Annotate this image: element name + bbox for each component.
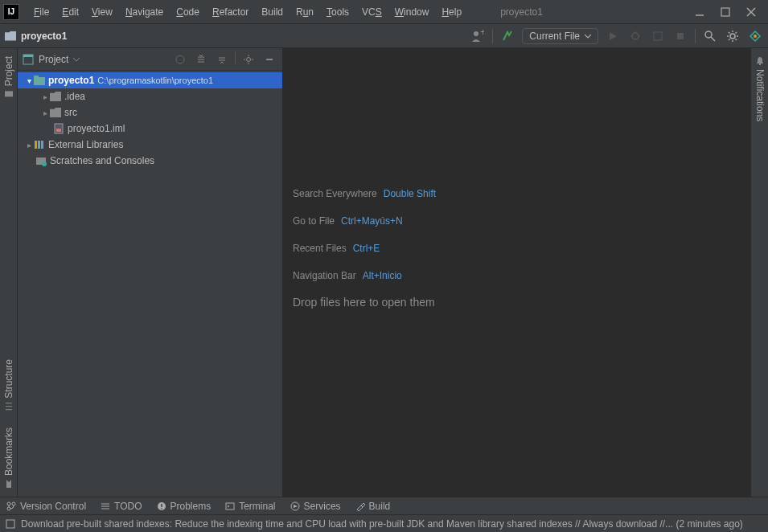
stop-button[interactable] xyxy=(672,28,688,44)
status-message[interactable]: Download pre-built shared indexes: Reduc… xyxy=(21,518,743,530)
separator xyxy=(695,29,696,43)
menu-file[interactable]: File xyxy=(27,6,55,18)
add-user-icon[interactable]: + xyxy=(470,28,486,44)
minimize-button[interactable] xyxy=(694,6,705,18)
chevron-right-icon[interactable]: ▸ xyxy=(40,108,50,117)
chevron-right-icon[interactable]: ▸ xyxy=(40,92,50,101)
right-tool-gutter: Notifications xyxy=(750,48,768,497)
chevron-right-icon[interactable]: ▸ xyxy=(24,141,34,149)
menu-tools[interactable]: Tools xyxy=(320,6,355,18)
hammer-icon xyxy=(355,501,365,511)
tool-services[interactable]: Services xyxy=(290,501,341,512)
breadcrumb[interactable]: proyecto1 xyxy=(21,31,67,42)
structure-icon xyxy=(4,402,14,411)
problems-icon xyxy=(157,501,166,511)
svg-line-13 xyxy=(711,37,715,41)
hide-panel-icon[interactable] xyxy=(261,51,277,68)
left-tool-gutter: Project Structure Bookmarks xyxy=(0,48,18,497)
status-bar: Download pre-built shared indexes: Reduc… xyxy=(0,514,768,532)
run-config-selector[interactable]: Current File xyxy=(522,28,598,44)
scratches-icon xyxy=(35,155,47,166)
project-panel: Project ▾ proyecto1 C:\programaskotlin\p… xyxy=(18,48,283,497)
folder-icon xyxy=(50,92,61,101)
menu-edit[interactable]: Edit xyxy=(55,6,85,18)
svg-point-52 xyxy=(7,502,10,505)
panel-settings-icon[interactable] xyxy=(240,51,257,68)
tree-iml-file[interactable]: proyecto1.iml xyxy=(18,121,282,137)
status-square-icon[interactable] xyxy=(5,518,16,530)
expand-all-icon[interactable] xyxy=(193,51,209,68)
menu-navigate[interactable]: Navigate xyxy=(119,6,170,18)
gutter-notifications[interactable]: Notifications xyxy=(754,48,766,129)
project-panel-title[interactable]: Project xyxy=(23,54,167,65)
tool-build[interactable]: Build xyxy=(355,501,391,512)
menu-window[interactable]: Window xyxy=(388,6,436,18)
list-icon xyxy=(101,501,110,511)
tree-scratches[interactable]: Scratches and Consoles xyxy=(18,153,282,169)
settings-icon[interactable] xyxy=(725,28,741,44)
svg-point-50 xyxy=(42,162,47,166)
svg-rect-43 xyxy=(34,76,39,78)
coverage-button[interactable] xyxy=(650,28,666,44)
project-tree[interactable]: ▾ proyecto1 C:\programaskotlin\proyecto1… xyxy=(18,71,282,170)
gutter-bookmarks[interactable]: Bookmarks xyxy=(3,419,14,497)
libraries-icon xyxy=(34,139,45,150)
bell-icon xyxy=(755,56,765,66)
tool-todo[interactable]: TODO xyxy=(101,501,142,512)
svg-rect-45 xyxy=(56,129,61,132)
project-panel-header: Project xyxy=(18,48,282,71)
menu-vcs[interactable]: VCS xyxy=(355,6,388,18)
svg-rect-42 xyxy=(34,77,45,85)
menu-refactor[interactable]: Refactor xyxy=(206,6,255,18)
tree-external-libs[interactable]: ▸ External Libraries xyxy=(18,137,282,153)
bottom-tool-bar: Version Control TODO Problems Terminal S… xyxy=(0,497,768,514)
tool-problems[interactable]: Problems xyxy=(157,501,212,512)
svg-point-6 xyxy=(632,33,639,39)
ide-icon[interactable] xyxy=(747,28,763,44)
maximize-button[interactable] xyxy=(720,6,731,18)
tree-idea-folder[interactable]: ▸ .idea xyxy=(18,88,282,104)
tip-recent-files: Recent FilesCtrl+E xyxy=(293,241,436,254)
terminal-icon xyxy=(225,501,235,511)
svg-line-21 xyxy=(729,39,730,40)
run-button[interactable] xyxy=(605,28,621,44)
svg-line-20 xyxy=(736,39,737,40)
gutter-project[interactable]: Project xyxy=(3,48,14,107)
project-view-icon xyxy=(23,54,34,65)
menu-view[interactable]: View xyxy=(85,6,119,18)
branch-icon xyxy=(6,501,16,511)
run-config-label: Current File xyxy=(529,31,580,42)
menu-build[interactable]: Build xyxy=(255,6,290,18)
tool-terminal[interactable]: Terminal xyxy=(225,501,275,512)
collapse-all-icon[interactable] xyxy=(214,51,230,68)
folder-icon xyxy=(4,89,14,99)
menu-code[interactable]: Code xyxy=(170,6,206,18)
svg-point-53 xyxy=(12,502,15,505)
gutter-structure[interactable]: Structure xyxy=(3,351,14,419)
module-icon xyxy=(34,76,45,85)
tree-src-folder[interactable]: ▸ src xyxy=(18,104,282,121)
debug-button[interactable] xyxy=(627,28,643,44)
select-opened-icon[interactable] xyxy=(172,51,188,68)
tip-search-everywhere: Search EverywhereDouble Shift xyxy=(293,186,436,199)
svg-point-54 xyxy=(7,507,10,510)
svg-rect-24 xyxy=(5,91,13,96)
folder-icon xyxy=(50,108,61,117)
tool-version-control[interactable]: Version Control xyxy=(6,501,86,512)
tip-navigation-bar: Navigation BarAlt+Inicio xyxy=(293,268,436,281)
search-icon[interactable] xyxy=(702,28,718,44)
svg-point-60 xyxy=(161,508,162,509)
svg-rect-1 xyxy=(721,8,729,16)
sync-icon[interactable] xyxy=(499,28,515,44)
editor-area[interactable]: Search EverywhereDouble Shift Go to File… xyxy=(283,48,750,497)
svg-line-19 xyxy=(729,32,730,34)
close-button[interactable] xyxy=(745,6,757,18)
chevron-down-icon[interactable]: ▾ xyxy=(24,76,34,85)
tree-root-path: C:\programaskotlin\proyecto1 xyxy=(97,76,213,85)
editor-tips: Search EverywhereDouble Shift Go to File… xyxy=(293,186,436,323)
svg-point-51 xyxy=(758,63,760,65)
menu-run[interactable]: Run xyxy=(290,6,320,18)
iml-file-icon xyxy=(53,123,64,134)
tree-root[interactable]: ▾ proyecto1 C:\programaskotlin\proyecto1 xyxy=(18,72,282,88)
menu-help[interactable]: Help xyxy=(435,6,468,18)
